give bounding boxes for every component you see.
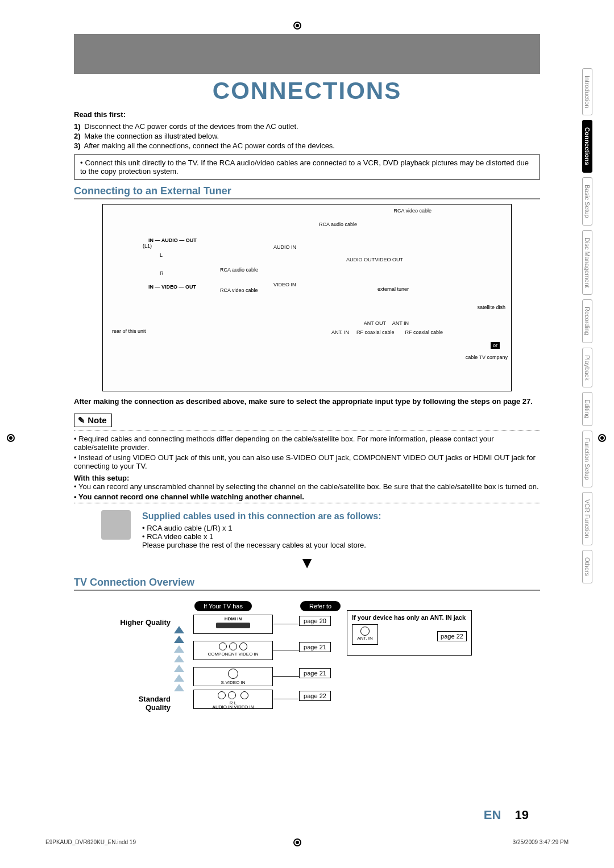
registration-mark-icon: [7, 434, 15, 442]
tab-others[interactable]: Others: [582, 550, 592, 583]
supplied-title: Supplied cables used in this connection …: [142, 511, 512, 521]
tv-overview-diagram: Higher Quality Standard Quality If Your …: [74, 595, 540, 715]
page-title: CONNECTIONS: [74, 74, 540, 110]
conn-row-component: COMPONENT VIDEO IN: [193, 641, 273, 660]
print-footer: E9PKAUD_DVR620KU_EN.indd 19 3/25/2009 3:…: [45, 839, 569, 845]
with-setup-item-bold: • You cannot record one channel while wa…: [74, 493, 540, 501]
diagram-label: RF coaxial cable: [356, 329, 395, 335]
dotted-rule: [74, 431, 540, 431]
diagram-label: VIDEO IN: [273, 282, 296, 287]
connection-diagram: RCA video cable RCA audio cable AUDIO IN…: [102, 204, 512, 391]
page-ref: page 22: [437, 631, 467, 641]
diagram-label: R: [160, 270, 164, 276]
diagram-label: RCA audio cable: [220, 267, 258, 273]
page-number: 19: [515, 808, 529, 822]
section-heading-tuner: Connecting to an External Tuner: [74, 185, 540, 199]
tab-disc-management[interactable]: Disc Management: [582, 230, 592, 295]
diagram-label: RCA video cable: [393, 208, 432, 214]
diagram-label: RCA audio cable: [319, 222, 357, 227]
down-arrow-icon: ▼: [74, 554, 540, 572]
with-setup-item: • You can record any unscrambled channel…: [74, 482, 540, 491]
note-item: • Required cables and connecting methods…: [74, 435, 540, 452]
note-body: • Required cables and connecting methods…: [74, 435, 540, 470]
ant-heading: If your device has only an ANT. IN jack: [352, 614, 467, 621]
diagram-label: RF coaxial cable: [405, 329, 443, 335]
info-box-text: Connect this unit directly to the TV. If…: [80, 158, 529, 176]
diagram-label: cable TV company: [466, 354, 508, 360]
refer-to-pill: Refer to: [300, 601, 341, 611]
diagram-label: L: [160, 252, 163, 258]
step-text: After making all the connections, connec…: [82, 141, 335, 150]
standard-quality-label: Standard Quality: [119, 695, 171, 712]
print-file: E9PKAUD_DVR620KU_EN.indd 19: [45, 839, 136, 845]
diagram-label: AUDIO IN: [273, 244, 296, 250]
supplied-item: • RCA audio cable (L/R) x 1: [142, 524, 512, 532]
note-label: Note: [74, 414, 112, 427]
conn-row-svideo: S-VIDEO IN: [193, 667, 273, 686]
supplied-item: • RCA video cable x 1: [142, 532, 512, 541]
tab-basic-setup[interactable]: Basic Setup: [582, 177, 592, 226]
registration-mark-icon: [598, 434, 606, 442]
diagram-label: (L1): [143, 243, 152, 249]
after-diagram-text: After making the connection as described…: [74, 397, 540, 406]
higher-quality-label: Higher Quality: [119, 618, 171, 627]
page-ref: page 20: [299, 616, 331, 626]
step-text: Make the connection as illustrated below…: [82, 132, 219, 140]
diagram-label: satellite dish: [477, 304, 505, 310]
read-first-label: Read this first:: [74, 110, 540, 119]
diagram-label: external tuner: [377, 286, 409, 292]
steps-list: 1) Disconnect the AC power cords of the …: [74, 122, 540, 150]
ant-in-box: If your device has only an ANT. IN jack …: [347, 610, 472, 656]
diagram-label: ANT. IN: [331, 329, 349, 335]
supplied-cables-box: Supplied cables used in this connection …: [97, 508, 517, 553]
header-bar: [74, 34, 540, 74]
side-tabs: Introduction Connections Basic Setup Dis…: [582, 68, 597, 588]
tab-editing[interactable]: Editing: [582, 392, 592, 426]
step-num: 3): [74, 141, 81, 150]
info-box: •Connect this unit directly to the TV. I…: [74, 155, 540, 180]
section-heading-tv-overview: TV Connection Overview: [74, 577, 540, 591]
diagram-label: rear of this unit: [112, 328, 146, 334]
diagram-label: IN — AUDIO — OUT: [148, 237, 197, 243]
tab-connections[interactable]: Connections: [582, 120, 592, 173]
ant-jack-icon: ANT. IN: [352, 624, 378, 645]
diagram-label: RCA video cable: [220, 287, 258, 293]
step-text: Disconnect the AC power cords of the dev…: [82, 122, 298, 131]
step-num: 1): [74, 122, 81, 131]
diagram-label: or: [491, 342, 500, 349]
tab-introduction[interactable]: Introduction: [582, 68, 592, 115]
dotted-rule: [74, 503, 540, 503]
diagram-label: AUDIO OUT: [346, 257, 375, 262]
page-footer: EN 19: [484, 808, 529, 823]
diagram-label: ANT IN: [392, 320, 409, 326]
tab-vcr-function[interactable]: VCR Function: [582, 492, 592, 545]
cable-icon: [101, 510, 131, 540]
print-timestamp: 3/25/2009 3:47:29 PM: [513, 839, 569, 845]
supplied-footer: Please purchase the rest of the necessar…: [142, 541, 512, 549]
diagram-label: ANT OUT: [364, 320, 386, 326]
tab-function-setup[interactable]: Function Setup: [582, 431, 592, 487]
tab-recording[interactable]: Recording: [582, 299, 592, 343]
tab-playback[interactable]: Playback: [582, 348, 592, 388]
with-setup-label: With this setup:: [74, 474, 540, 482]
conn-row-hdmi: HDMI IN: [193, 615, 273, 634]
lang-code: EN: [484, 808, 501, 822]
quality-arrows: [174, 626, 188, 694]
page-ref: page 21: [299, 668, 331, 678]
page-ref: page 22: [299, 691, 331, 701]
step-num: 2): [74, 132, 81, 140]
if-tv-has-pill: If Your TV has: [194, 601, 252, 611]
note-item: • Instead of using VIDEO OUT jack of thi…: [74, 453, 540, 470]
diagram-label: IN — VIDEO — OUT: [148, 284, 196, 290]
page-ref: page 21: [299, 642, 331, 652]
diagram-label: VIDEO OUT: [375, 257, 403, 262]
conn-row-av: R LAUDIO IN VIDEO IN: [193, 690, 273, 709]
registration-mark-icon: [293, 22, 301, 30]
